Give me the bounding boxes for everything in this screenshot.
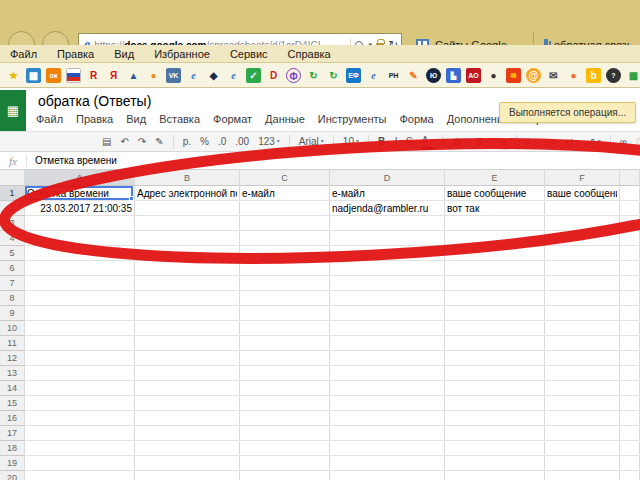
refresh-green-icon[interactable]: ↻: [306, 68, 321, 83]
sheets-menu-форма[interactable]: Форма: [399, 113, 433, 125]
bing-icon[interactable]: b: [586, 68, 601, 83]
row-header-3[interactable]: 3: [0, 216, 25, 231]
col-header-C[interactable]: C: [240, 170, 330, 186]
text-rotate-icon[interactable]: ⇗▾: [587, 135, 600, 148]
figure-site-icon[interactable]: ▙: [446, 68, 461, 83]
row-header-13[interactable]: 13: [0, 366, 25, 381]
align-icon[interactable]: ≡▾: [526, 135, 537, 148]
row-header-15[interactable]: 15: [0, 396, 25, 411]
row-header-20[interactable]: 20: [0, 471, 25, 480]
text-wrap-icon[interactable]: ↩▾: [565, 135, 578, 148]
row-header-11[interactable]: 11: [0, 336, 25, 351]
row-header-19[interactable]: 19: [0, 456, 25, 471]
spreadsheet-title[interactable]: обратка (Ответы): [38, 93, 151, 109]
cell-C1[interactable]: e-майл: [242, 186, 327, 201]
formula-bar[interactable]: fx Отметка времени: [0, 152, 640, 170]
r-site-icon[interactable]: R: [86, 68, 101, 83]
sheets-menu-файл[interactable]: Файл: [36, 113, 63, 125]
merge-cells-icon[interactable]: ▣: [498, 136, 507, 148]
row-header-2[interactable]: 2: [0, 201, 25, 216]
carrot-icon[interactable]: ✎: [406, 68, 421, 83]
sheets-logo-icon[interactable]: ▦: [0, 90, 26, 132]
vk-icon[interactable]: VK: [166, 68, 181, 83]
row-header-16[interactable]: 16: [0, 411, 25, 426]
sheets-menu-инструменты[interactable]: Инструменты: [318, 113, 387, 125]
row-header-14[interactable]: 14: [0, 381, 25, 396]
fill-handle[interactable]: [129, 196, 134, 201]
borders-icon[interactable]: ⊞▾: [475, 135, 488, 148]
redo-icon[interactable]: ↷: [138, 136, 146, 148]
cell-F1[interactable]: ваше сообщение: [547, 186, 617, 201]
vertical-align-icon[interactable]: ↓▾: [546, 135, 556, 148]
sheets-menu-формат[interactable]: Формат: [213, 113, 252, 125]
chat-bubble-icon[interactable]: ●: [566, 68, 581, 83]
strikethrough-button[interactable]: S: [406, 136, 413, 148]
row-header-6[interactable]: 6: [0, 261, 25, 276]
row-header-9[interactable]: 9: [0, 306, 25, 321]
row-header-4[interactable]: 4: [0, 231, 25, 246]
sheets-menu-данные[interactable]: Данные: [265, 113, 305, 125]
font-family-select[interactable]: Arial▾: [299, 135, 324, 148]
bold-button[interactable]: B: [378, 136, 385, 148]
sphere-icon[interactable]: ●: [486, 68, 501, 83]
row-header-8[interactable]: 8: [0, 291, 25, 306]
sheets-menu-вид[interactable]: Вид: [126, 113, 146, 125]
favorites-star-icon[interactable]: ★: [6, 68, 21, 83]
cell-E1[interactable]: ваше сообщение: [447, 186, 542, 201]
text-color-button[interactable]: A▾: [422, 134, 434, 149]
row-header-17[interactable]: 17: [0, 426, 25, 441]
ie-menu-сервис[interactable]: Сервис: [230, 48, 268, 60]
italic-button[interactable]: I: [394, 136, 397, 148]
ie-menu-справка[interactable]: Справка: [288, 48, 331, 60]
mailru-icon[interactable]: @: [526, 68, 541, 83]
cell-E2[interactable]: вот так: [447, 201, 542, 216]
link-icon[interactable]: ∞: [620, 136, 627, 148]
internet-explorer-2-icon[interactable]: e: [226, 68, 241, 83]
col-header-B[interactable]: B: [135, 170, 240, 186]
decrease-decimal[interactable]: .0: [218, 136, 226, 148]
row-header-10[interactable]: 10: [0, 321, 25, 336]
increase-decimal[interactable]: .00: [235, 136, 249, 148]
cell-B1[interactable]: Адрес электронной почты: [137, 186, 237, 201]
row-header-5[interactable]: 5: [0, 246, 25, 261]
d-site-icon[interactable]: D: [266, 68, 281, 83]
refresh-green-2-icon[interactable]: ↻: [326, 68, 341, 83]
formula-bar-value[interactable]: Отметка времени: [27, 155, 117, 166]
percent-format[interactable]: %: [200, 136, 209, 148]
row-header-7[interactable]: 7: [0, 276, 25, 291]
cell-D1[interactable]: e-майл: [332, 186, 442, 201]
ph-site-icon[interactable]: PH: [386, 68, 401, 83]
sheets-menu-вставка[interactable]: Вставка: [159, 113, 200, 125]
yandex-mail-icon[interactable]: ✉: [506, 68, 521, 83]
ie-menu-избранное[interactable]: Избранное: [154, 48, 210, 60]
yandex-icon[interactable]: Я: [106, 68, 121, 83]
col-header-E[interactable]: E: [445, 170, 545, 186]
sheets-menu-правка[interactable]: Правка: [76, 113, 113, 125]
ef-site-icon[interactable]: ЕФ: [346, 68, 361, 83]
odnoklassniki-icon[interactable]: ок: [46, 68, 61, 83]
phi-site-icon[interactable]: Φ: [286, 68, 301, 83]
comment-icon[interactable]: ▯: [636, 136, 640, 148]
help-site-icon[interactable]: ?: [606, 68, 621, 83]
print-icon[interactable]: ▤: [102, 136, 111, 148]
envelope-icon[interactable]: ✉: [546, 68, 561, 83]
col-header-F[interactable]: F: [545, 170, 620, 186]
row-header-12[interactable]: 12: [0, 351, 25, 366]
internet-explorer-icon[interactable]: e: [186, 68, 201, 83]
currency-format[interactable]: р.: [183, 136, 191, 148]
cell-A2[interactable]: 23.03.2017 21:00:35: [27, 201, 132, 216]
cell-D2[interactable]: nadjenda@rambler.ru: [332, 201, 442, 216]
ao-site-icon[interactable]: AO: [466, 68, 481, 83]
internet-explorer-3-icon[interactable]: e: [366, 68, 381, 83]
grid-corner[interactable]: [0, 170, 25, 186]
row-header-1[interactable]: 1: [0, 186, 25, 201]
col-header-A[interactable]: A: [25, 170, 135, 186]
paint-format-icon[interactable]: ✎: [155, 136, 163, 148]
ie-menu-вид[interactable]: Вид: [114, 48, 134, 60]
font-size-select[interactable]: 10▾: [343, 135, 359, 148]
col-header-partial[interactable]: [620, 170, 640, 186]
sheets-table-icon[interactable]: ▦: [626, 68, 640, 83]
bird-icon[interactable]: ◆: [206, 68, 221, 83]
yu-site-icon[interactable]: Ю: [426, 68, 441, 83]
checkmark-icon[interactable]: ✓: [246, 68, 261, 83]
